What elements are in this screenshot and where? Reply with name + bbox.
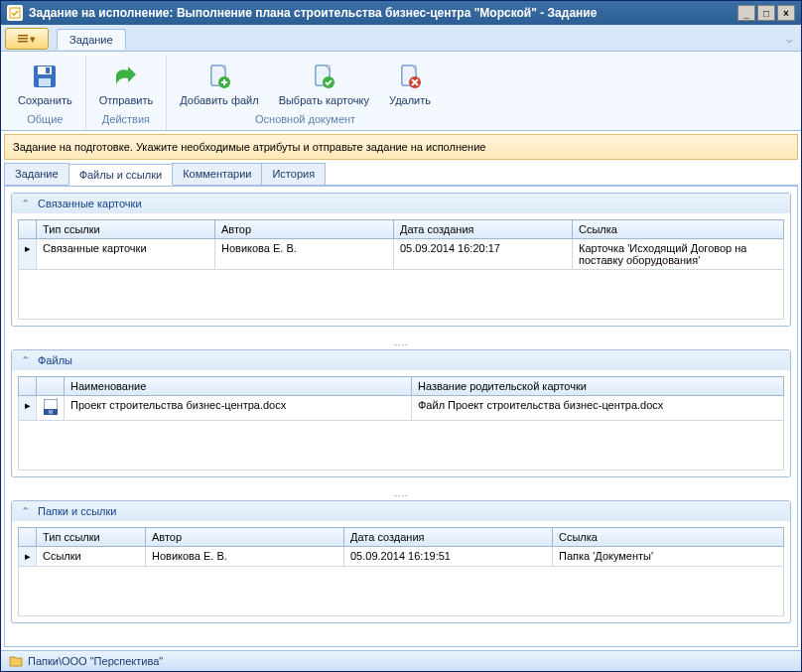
window-title: Задание на исполнение: Выполнение плана … — [29, 6, 737, 20]
panel-header[interactable]: ⌃ Файлы — [12, 350, 790, 370]
row-selector[interactable]: ▸ — [19, 396, 37, 421]
select-card-button[interactable]: Выбрать карточку — [272, 58, 376, 110]
collapse-icon: ⌃ — [18, 197, 32, 210]
select-card-icon — [308, 61, 339, 92]
ribbon-group-title: Общие — [11, 110, 79, 128]
delete-icon — [394, 61, 426, 92]
panel-title: Файлы — [38, 354, 72, 366]
files-grid[interactable]: Наименование Название родительской карто… — [18, 376, 784, 470]
titlebar: Задание на исполнение: Выполнение плана … — [1, 1, 801, 25]
app-menu-button[interactable]: ▾ — [5, 28, 49, 50]
col-name[interactable]: Наименование — [65, 377, 412, 396]
svg-rect-3 — [18, 41, 28, 43]
panel-folders-links: ⌃ Папки и ссылки Тип ссылки Автор Дата с… — [11, 500, 791, 623]
info-bar: Задание на подготовке. Укажите необходим… — [4, 134, 798, 160]
save-icon — [29, 61, 61, 92]
send-icon — [110, 61, 142, 92]
app-window: Задание на исполнение: Выполнение плана … — [0, 0, 802, 672]
ribbon-collapse-button[interactable]: ⌵ — [781, 31, 797, 47]
svg-rect-7 — [46, 67, 50, 73]
tab-task[interactable]: Задание — [4, 163, 69, 185]
folder-icon — [9, 655, 23, 667]
row-header — [19, 220, 37, 239]
add-file-button[interactable]: Добавить файл — [173, 58, 265, 110]
col-link[interactable]: Ссылка — [573, 220, 784, 239]
collapse-icon: ⌃ — [18, 504, 32, 518]
panel-related-cards: ⌃ Связанные карточки Тип ссылки Автор Да… — [11, 193, 791, 327]
row-header — [19, 377, 37, 396]
collapse-icon: ⌃ — [18, 353, 32, 367]
panel-title: Связанные карточки — [38, 198, 142, 209]
row-header — [19, 528, 37, 547]
folders-grid[interactable]: Тип ссылки Автор Дата создания Ссылка ▸ … — [18, 527, 784, 616]
tab-comments[interactable]: Комментарии — [172, 163, 262, 185]
col-author[interactable]: Автор — [215, 220, 394, 239]
table-row[interactable]: ▸ Ссылки Новикова Е. В. 05.09.2014 16:19… — [19, 547, 784, 567]
save-button[interactable]: Сохранить — [11, 58, 79, 110]
col-author[interactable]: Автор — [146, 528, 344, 547]
app-icon — [7, 5, 23, 21]
ribbon-group-common: Сохранить Общие — [5, 56, 86, 130]
row-selector[interactable]: ▸ — [19, 239, 37, 270]
col-created[interactable]: Дата создания — [394, 220, 573, 239]
splitter[interactable]: ‥‥ — [11, 335, 791, 349]
panel-files: ⌃ Файлы Наименование Название родительск… — [11, 349, 791, 477]
svg-rect-2 — [18, 38, 28, 40]
svg-rect-6 — [39, 78, 51, 86]
col-parent[interactable]: Название родительской карточки — [412, 377, 784, 396]
maximize-button[interactable]: □ — [757, 5, 775, 21]
statusbar: Папки\ООО "Перспектива" — [1, 650, 801, 671]
table-row[interactable]: ▸ Связанные карточки Новикова Е. В. 05.0… — [19, 239, 784, 270]
ribbon-group-title: Действия — [92, 110, 161, 128]
tab-history[interactable]: История — [261, 163, 326, 185]
svg-text:W: W — [48, 409, 53, 415]
docx-icon: W — [37, 396, 65, 421]
content-tabs: Задание Файлы и ссылки Комментарии Истор… — [4, 163, 798, 186]
window-controls: _ □ × — [737, 5, 795, 21]
ribbon-group-actions: Отправить Действия — [86, 56, 168, 130]
add-file-icon — [203, 61, 235, 92]
delete-button[interactable]: Удалить — [382, 58, 438, 110]
ribbon-tab-task[interactable]: Задание — [57, 29, 126, 50]
minimize-button[interactable]: _ — [737, 5, 755, 21]
panel-header[interactable]: ⌃ Папки и ссылки — [12, 501, 790, 521]
svg-rect-1 — [18, 35, 28, 37]
col-link[interactable]: Ссылка — [553, 528, 784, 547]
col-icon — [37, 377, 65, 396]
table-row[interactable]: ▸ W Проект строительства бизнес-центра.d… — [19, 396, 784, 421]
panel-header[interactable]: ⌃ Связанные карточки — [12, 194, 790, 213]
status-path: Папки\ООО "Перспектива" — [28, 655, 163, 667]
row-selector[interactable]: ▸ — [19, 547, 37, 567]
close-button[interactable]: × — [777, 5, 795, 21]
content-area: ⌃ Связанные карточки Тип ссылки Автор Да… — [4, 186, 798, 647]
panel-title: Папки и ссылки — [38, 505, 116, 517]
ribbon-group-maindoc: Добавить файл Выбрать карточку Удалить — [167, 56, 444, 130]
tab-files[interactable]: Файлы и ссылки — [68, 164, 174, 186]
ribbon: ▾ Задание ⌵ Сохранить Общие — [1, 25, 801, 131]
col-type[interactable]: Тип ссылки — [37, 220, 215, 239]
splitter[interactable]: ‥‥ — [11, 485, 791, 500]
send-button[interactable]: Отправить — [92, 58, 161, 110]
col-type[interactable]: Тип ссылки — [37, 528, 146, 547]
related-grid[interactable]: Тип ссылки Автор Дата создания Ссылка ▸ … — [18, 219, 784, 320]
ribbon-group-title: Основной документ — [173, 110, 438, 128]
col-created[interactable]: Дата создания — [344, 528, 553, 547]
